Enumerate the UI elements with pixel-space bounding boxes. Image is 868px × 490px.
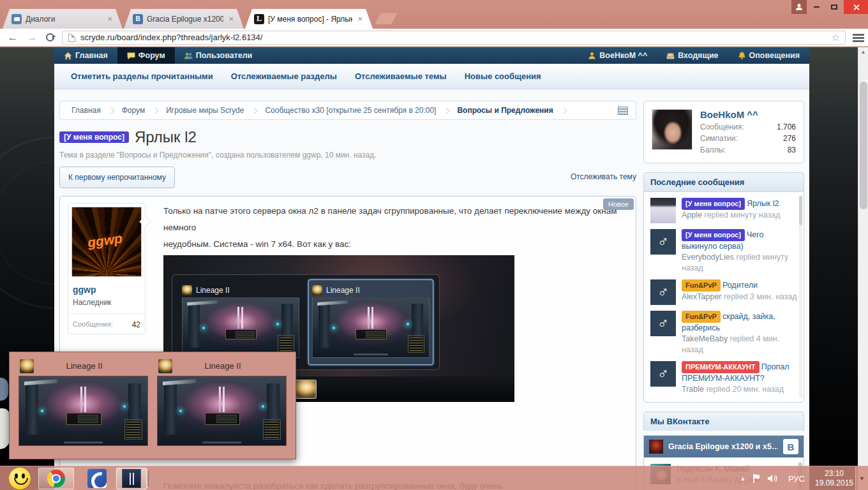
breadcrumb-community[interactable]: Сообщество x30 [открытие 25 сентября в 2…	[261, 106, 440, 115]
profile-button[interactable]	[791, 0, 807, 14]
scroll-up-arrow[interactable]: ▲	[858, 47, 868, 57]
tab-thread-active[interactable]: L [У меня вопрос] - Ярлык ×	[245, 9, 373, 29]
list-item[interactable]: ♂ Fun&PvPскрайд, зайка, разберись TakeMe…	[650, 311, 797, 355]
page-scrollbar[interactable]: ▲	[858, 47, 868, 490]
visitor-username[interactable]: BoeHkoM ^^	[700, 109, 796, 120]
inbox-icon	[666, 52, 675, 60]
subnav-watched-threads[interactable]: Отслеживаемые темы	[346, 71, 456, 81]
breadcrumb-home[interactable]: Главная	[68, 106, 105, 115]
subnav-mark-read[interactable]: Отметить разделы прочитанными	[62, 71, 222, 81]
os-taskbar: ▲ РУС 23:10 19.09.2015 ▼	[0, 466, 868, 490]
back-button[interactable]: ←	[5, 31, 20, 45]
background-art	[0, 378, 8, 401]
taskbar-lineage-button[interactable]	[116, 468, 147, 489]
bookmark-star-icon[interactable]: ☆	[832, 31, 840, 44]
replier-name[interactable]: AlexTapper	[682, 292, 722, 301]
reply-time: replied минуту назад	[704, 211, 780, 219]
forward-button[interactable]: →	[24, 31, 40, 45]
subnav-watched-forums[interactable]: Отслеживаемые разделы	[222, 71, 346, 81]
maximize-button[interactable]	[826, 0, 842, 14]
subnav-new-posts[interactable]: Новые сообщения	[456, 71, 550, 81]
messages-label: Сообщения:	[73, 320, 113, 329]
speech-bubble-icon	[127, 52, 135, 60]
start-button[interactable]	[6, 468, 33, 489]
avatar[interactable]: ggwp	[71, 207, 142, 277]
male-symbol-icon[interactable]: ♂	[650, 361, 676, 387]
list-item[interactable]: [У меня вопрос]Ярлык l2 Apple replied ми…	[650, 198, 797, 223]
address-bar[interactable]: scryde.ru/board/index.php?threads/jarlyk…	[62, 31, 846, 45]
first-unread-button[interactable]: К первому непрочитанному	[59, 167, 175, 188]
nav-account[interactable]: ВоеНкоМ ^^	[578, 47, 657, 64]
nav-users[interactable]: Пользователи	[175, 47, 262, 64]
list-item[interactable]: ♂ [У меня вопрос]Чего выкинуло серва) Ev…	[650, 229, 797, 274]
thread-prefix-badge[interactable]: [У меня вопрос]	[59, 131, 129, 143]
replier-name[interactable]: EverybodyLies	[682, 253, 734, 262]
nav-home[interactable]: Главная	[54, 47, 117, 64]
male-symbol-icon[interactable]: ♂	[650, 279, 676, 305]
action-center-flag-icon[interactable]	[751, 466, 763, 490]
vk-group-title[interactable]: Gracia Epilogue x1200 и x5…	[668, 442, 778, 451]
taskbar-app-button[interactable]	[84, 468, 110, 489]
stat-value[interactable]: 1.706	[777, 122, 796, 131]
thread-link[interactable]: Ярлык l2	[747, 199, 779, 208]
tab-gracia[interactable]: B Gracia Epilogue x1200 и x ×	[124, 9, 244, 29]
thread-link[interactable]: Родители	[722, 281, 758, 290]
close-tab-icon[interactable]: ×	[356, 14, 364, 24]
stat-value[interactable]: 276	[783, 134, 796, 143]
stat-label: Баллы:	[700, 145, 726, 154]
screen: Диалоги × B Gracia Epilogue x1200 и x × …	[0, 0, 868, 490]
close-tab-icon[interactable]: ×	[227, 14, 235, 24]
replier-name[interactable]: Apple	[682, 211, 702, 219]
window-thumbnail[interactable]: Lineage II	[19, 359, 150, 446]
replier-name[interactable]: Trable	[682, 385, 704, 394]
male-symbol-icon[interactable]: ♂	[650, 229, 676, 255]
url-text[interactable]: scryde.ru/board/index.php?threads/jarlyk…	[80, 31, 262, 44]
bell-icon	[738, 52, 746, 60]
nav-forum[interactable]: Форум	[117, 47, 175, 64]
panel-scrollbar[interactable]	[799, 196, 802, 398]
chevron-right-icon	[444, 107, 450, 114]
new-tab-button[interactable]	[375, 13, 398, 24]
volume-icon[interactable]	[765, 466, 779, 490]
language-indicator[interactable]: РУС	[784, 466, 809, 490]
vk-group-bar[interactable]: Gracia Epilogue x1200 и x5… B	[644, 436, 804, 457]
taskbar-chrome-button[interactable]	[38, 468, 74, 489]
nav-inbox[interactable]: Входящие	[657, 47, 728, 64]
reload-button[interactable]	[46, 33, 54, 41]
list-item[interactable]: ♂ Fun&PvPРодители AlexTapper replied 3 м…	[650, 279, 797, 305]
browser-menu-icon[interactable]	[853, 34, 864, 36]
breadcrumb-current[interactable]: Вопросы и Предложения	[453, 106, 557, 115]
jump-menu-icon[interactable]	[618, 107, 628, 115]
tab-dialogs[interactable]: Диалоги ×	[3, 9, 123, 29]
avatar[interactable]	[652, 109, 692, 150]
window-title: Lineage II	[196, 282, 230, 299]
chevron-right-icon	[560, 107, 567, 114]
author-username[interactable]: ggwp	[71, 285, 142, 295]
minimize-button[interactable]	[808, 0, 825, 14]
nav-label: Форум	[138, 51, 165, 60]
scrollbar-thumb[interactable]	[860, 82, 867, 209]
list-item[interactable]: ♂ ПРЕМИУМ-АККАУНТПропал ПРЕМИУМ-АККАУНТ?…	[650, 361, 797, 395]
tray-expand-button[interactable]: ▲	[737, 466, 749, 490]
lineage-login-screen[interactable]	[19, 376, 148, 446]
post-author-block: ggwp ggwp Наследник Сообщения: 42	[68, 203, 146, 334]
window-thumbnail[interactable]: Lineage II	[157, 359, 288, 446]
male-symbol-icon[interactable]: ♂	[650, 311, 676, 336]
clock[interactable]: 23:10 19.09.2015	[811, 466, 858, 490]
lineage-login-screen	[312, 297, 430, 358]
close-tab-icon[interactable]: ×	[106, 14, 114, 24]
browser-toolbar: ← → scryde.ru/board/index.php?threads/ja…	[0, 29, 868, 47]
show-desktop-button[interactable]: ▼	[855, 466, 868, 490]
house-icon	[64, 52, 72, 60]
nav-alerts[interactable]: Оповещения	[728, 47, 809, 64]
breadcrumb-forum[interactable]: Форум	[118, 106, 149, 115]
close-window-button[interactable]	[844, 0, 868, 14]
replier-name[interactable]: TakeMeBaby	[682, 334, 728, 343]
watch-thread-link[interactable]: Отслеживать тему	[571, 172, 636, 181]
stat-value[interactable]: 83	[788, 145, 796, 154]
vk-logo[interactable]: B	[783, 439, 798, 454]
chevron-right-icon	[153, 107, 159, 114]
avatar[interactable]	[650, 198, 676, 223]
breadcrumb-worlds[interactable]: Игровые миры Scryde	[162, 106, 248, 115]
lineage-login-screen[interactable]	[157, 376, 287, 446]
